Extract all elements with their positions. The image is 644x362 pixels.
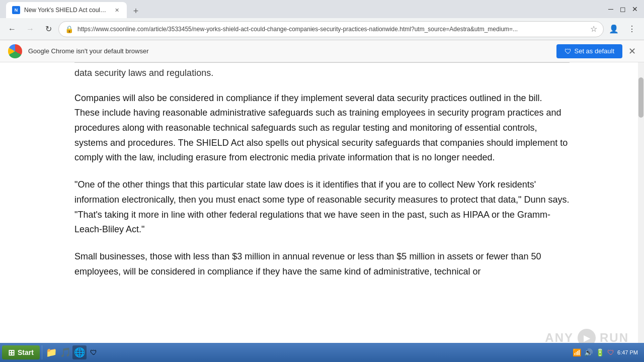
paragraph-3: Small businesses, those with less than $…: [74, 249, 570, 279]
taskbar-shield-icon[interactable]: 🛡: [87, 345, 101, 359]
system-tray: 📶 🔊 🔋 🛡 6:47 PM: [573, 348, 642, 356]
minimize-button[interactable]: ─: [606, 4, 616, 14]
paragraph-1: Companies will also be considered in com…: [74, 91, 570, 165]
page-content: data security laws and regulations. Comp…: [0, 62, 644, 352]
reload-button[interactable]: ↻: [40, 21, 56, 37]
set-default-button[interactable]: 🛡 Set as default: [556, 44, 623, 58]
notification-text: Google Chrome isn't your default browser: [28, 47, 550, 55]
paragraph-2: "One of the other things that this parti…: [74, 177, 570, 237]
url-text: https://www.csoonline.com/article/353345…: [77, 26, 586, 33]
notification-close-button[interactable]: ✕: [628, 46, 636, 57]
profile-button[interactable]: 👤: [606, 21, 622, 37]
scrollbar[interactable]: [638, 62, 644, 352]
notification-bar: Google Chrome isn't your default browser…: [0, 40, 644, 62]
close-button[interactable]: ✕: [630, 4, 640, 14]
forward-button[interactable]: →: [22, 21, 38, 37]
new-tab-button[interactable]: +: [129, 4, 143, 18]
tab-favicon: N: [12, 6, 20, 14]
bookmark-icon[interactable]: ☆: [590, 24, 597, 34]
tray-battery-icon: 🔋: [596, 348, 604, 356]
taskbar-folder-icon[interactable]: 📁: [44, 345, 58, 359]
system-clock: 6:47 PM: [617, 349, 638, 355]
tab-close-button[interactable]: ✕: [113, 6, 121, 14]
windows-icon: ⊞: [8, 348, 15, 357]
taskbar-media-icon[interactable]: 🎵: [58, 345, 72, 359]
back-button[interactable]: ←: [4, 21, 20, 37]
taskbar-chrome-icon[interactable]: 🌐: [72, 345, 87, 359]
tray-network-icon: 📶: [573, 348, 581, 356]
tab-title: New York's SHIELD Act could change...: [24, 7, 109, 14]
tray-security-icon: 🛡: [607, 348, 614, 356]
taskbar: ⊞ Start 📁 🎵 🌐 🛡 📶 🔊 🔋 🛡 6:47 PM: [0, 343, 644, 362]
chrome-logo: [8, 44, 22, 58]
menu-button[interactable]: ⋮: [624, 21, 640, 37]
start-button[interactable]: ⊞ Start: [2, 345, 40, 359]
window-controls: ─ ◻ ✕: [606, 4, 640, 14]
browser-toolbar: ← → ↻ 🔒 https://www.csoonline.com/articl…: [0, 18, 644, 40]
scrollbar-thumb[interactable]: [638, 77, 643, 118]
shield-icon: 🛡: [565, 47, 572, 55]
browser-tab[interactable]: N New York's SHIELD Act could change... …: [6, 2, 127, 18]
maximize-button[interactable]: ◻: [618, 4, 628, 14]
tray-volume-icon: 🔊: [584, 348, 593, 356]
secure-icon: 🔒: [65, 25, 73, 33]
taskbar-separator: [42, 345, 42, 359]
article-top-text: data security laws and regulations.: [74, 62, 570, 81]
address-bar[interactable]: 🔒 https://www.csoonline.com/article/3533…: [58, 21, 604, 37]
article-body: data security laws and regulations. Comp…: [0, 62, 644, 279]
